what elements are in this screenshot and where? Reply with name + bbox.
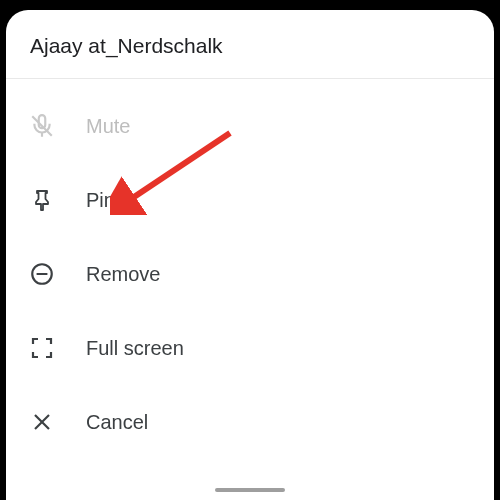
remove-label: Remove: [86, 263, 160, 286]
panel-header: Ajaay at_Nerdschalk: [6, 10, 494, 79]
cancel-label: Cancel: [86, 411, 148, 434]
pin-icon: [28, 186, 56, 214]
pin-option[interactable]: Pin: [6, 163, 494, 237]
options-panel: Ajaay at_Nerdschalk Mute Pin: [6, 10, 494, 500]
options-menu: Mute Pin Remove: [6, 79, 494, 459]
remove-icon: [28, 260, 56, 288]
participant-name: Ajaay at_Nerdschalk: [30, 34, 470, 58]
fullscreen-icon: [28, 334, 56, 362]
remove-option[interactable]: Remove: [6, 237, 494, 311]
close-icon: [28, 408, 56, 436]
fullscreen-option[interactable]: Full screen: [6, 311, 494, 385]
cancel-option[interactable]: Cancel: [6, 385, 494, 459]
mute-option: Mute: [6, 89, 494, 163]
mute-label: Mute: [86, 115, 130, 138]
gesture-handle: [215, 488, 285, 492]
pin-label: Pin: [86, 189, 115, 212]
mute-icon: [28, 112, 56, 140]
fullscreen-label: Full screen: [86, 337, 184, 360]
